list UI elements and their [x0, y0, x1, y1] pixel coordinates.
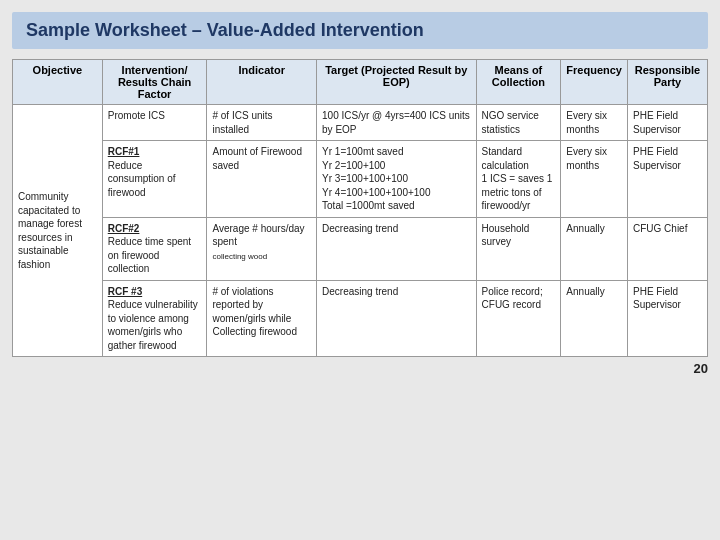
responsible-cell-1: PHE Field Supervisor [627, 105, 707, 141]
table-row: RCF #3 Reduce vulnerability to violence … [13, 280, 708, 357]
means-cell-2: Standard calculation 1 ICS = saves 1 met… [476, 141, 561, 218]
header-responsible: Responsible Party [627, 60, 707, 105]
means-cell-1: NGO service statistics [476, 105, 561, 141]
header-means: Means of Collection [476, 60, 561, 105]
header-indicator: Indicator [207, 60, 317, 105]
header-objective: Objective [13, 60, 103, 105]
frequency-cell-4: Annually [561, 280, 628, 357]
page-container: Sample Worksheet – Value-Added Intervent… [0, 0, 720, 540]
means-cell-4: Police record; CFUG record [476, 280, 561, 357]
indicator-sub-3: collecting wood [212, 252, 267, 261]
page-number: 20 [12, 357, 708, 376]
rcf-label-4: Reduce vulnerability to violence among w… [108, 299, 198, 351]
page-title: Sample Worksheet – Value-Added Intervent… [26, 20, 694, 41]
header-intervention: Intervention/ Results Chain Factor [102, 60, 207, 105]
header-target: Target (Projected Result by EOP) [317, 60, 477, 105]
target-cell-1: 100 ICS/yr @ 4yrs=400 ICS units by EOP [317, 105, 477, 141]
rcf-label-1: Promote ICS [108, 110, 165, 121]
worksheet-table: Objective Intervention/ Results Chain Fa… [12, 59, 708, 357]
objective-cell: Community capacitated to manage forest r… [13, 105, 103, 357]
target-cell-4: Decreasing trend [317, 280, 477, 357]
frequency-cell-2: Every six months [561, 141, 628, 218]
title-bar: Sample Worksheet – Value-Added Intervent… [12, 12, 708, 49]
indicator-cell-3: Average # hours/day spent collecting woo… [207, 217, 317, 280]
rcf-number-2: RCF#1 [108, 146, 140, 157]
rcf-number-3: RCF#2 [108, 223, 140, 234]
rcf-label-3: Reduce time spent on firewood collection [108, 236, 191, 274]
intervention-cell-1: Promote ICS [102, 105, 207, 141]
indicator-main-3: Average # hours/day spent [212, 223, 304, 248]
means-cell-3: Household survey [476, 217, 561, 280]
responsible-cell-4: PHE Field Supervisor [627, 280, 707, 357]
table-row: Community capacitated to manage forest r… [13, 105, 708, 141]
intervention-cell-4: RCF #3 Reduce vulnerability to violence … [102, 280, 207, 357]
table-header-row: Objective Intervention/ Results Chain Fa… [13, 60, 708, 105]
intervention-cell-2: RCF#1 Reduce consumption of firewood [102, 141, 207, 218]
rcf-number-4: RCF #3 [108, 286, 142, 297]
header-frequency: Frequency [561, 60, 628, 105]
intervention-cell-3: RCF#2 Reduce time spent on firewood coll… [102, 217, 207, 280]
indicator-cell-2: Amount of Firewood saved [207, 141, 317, 218]
table-row: RCF#2 Reduce time spent on firewood coll… [13, 217, 708, 280]
target-cell-3: Decreasing trend [317, 217, 477, 280]
frequency-cell-1: Every six months [561, 105, 628, 141]
responsible-cell-2: PHE Field Supervisor [627, 141, 707, 218]
table-row: RCF#1 Reduce consumption of firewood Amo… [13, 141, 708, 218]
rcf-label-2: Reduce consumption of firewood [108, 160, 176, 198]
responsible-cell-3: CFUG Chief [627, 217, 707, 280]
indicator-cell-4: # of violations reported by women/girls … [207, 280, 317, 357]
frequency-cell-3: Annually [561, 217, 628, 280]
target-cell-2: Yr 1=100mt saved Yr 2=100+100 Yr 3=100+1… [317, 141, 477, 218]
indicator-cell-1: # of ICS units installed [207, 105, 317, 141]
